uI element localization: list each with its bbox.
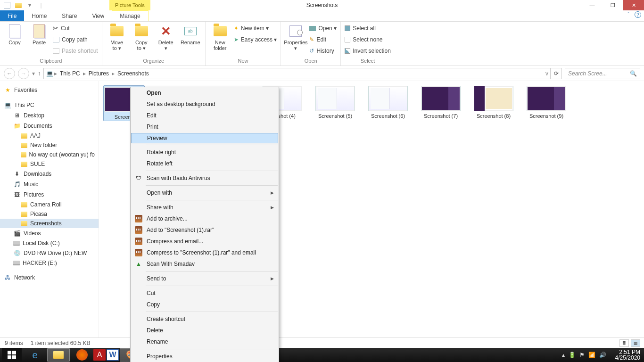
ctx-rotate-right[interactable]: Rotate right: [131, 147, 279, 158]
properties-button[interactable]: Properties ▾: [285, 24, 306, 51]
ctx-share-with[interactable]: Share with▶: [131, 202, 279, 213]
new-item-button[interactable]: ✦New item ▾: [234, 24, 277, 33]
file-item[interactable]: Screenshot (7): [421, 86, 461, 121]
ctx-add-rar[interactable]: Add to "Screenshot (1).rar": [131, 224, 279, 236]
delete-button[interactable]: ✕Delete ▾: [155, 24, 177, 51]
address-dropdown-icon[interactable]: v: [545, 70, 548, 77]
select-all-button[interactable]: Select all: [345, 24, 391, 33]
crumb-screenshots[interactable]: Screenshots: [116, 70, 151, 77]
close-button[interactable]: ✕: [623, 0, 644, 10]
tree-no-way-out[interactable]: No way out (wootan yu) fo: [0, 150, 99, 159]
qat-properties-icon[interactable]: [2, 0, 12, 10]
system-tray[interactable]: ▴ 🔋 ⚑ 📶 🔊: [562, 352, 606, 358]
crumb-this-pc[interactable]: This PC: [58, 70, 82, 77]
tree-screenshots[interactable]: Screenshots: [0, 219, 99, 228]
easy-access-button[interactable]: ➤Easy access ▾: [234, 35, 277, 44]
search-input[interactable]: Search Scree... 🔍: [565, 68, 640, 79]
ctx-set-background[interactable]: Set as desktop background: [131, 99, 279, 110]
tree-favorites[interactable]: ★Favorites: [0, 85, 99, 95]
tree-hacker[interactable]: HACKER (E:): [0, 258, 99, 268]
ctx-open-with[interactable]: Open with▶: [131, 187, 279, 198]
tree-new-folder[interactable]: New folder: [0, 140, 99, 150]
ctx-rename[interactable]: Rename: [131, 336, 279, 347]
chevron-right-icon[interactable]: ▸: [112, 70, 115, 77]
flag-icon[interactable]: ⚑: [579, 352, 585, 358]
nav-tree[interactable]: ★Favorites 💻This PC 🖥Desktop 📁Documents …: [0, 81, 99, 337]
file-item[interactable]: Screenshot (6): [368, 86, 408, 121]
tree-videos[interactable]: 🎬Videos: [0, 228, 99, 239]
taskbar-firefox-icon[interactable]: [76, 349, 88, 361]
taskbar-adobe-icon[interactable]: A: [93, 349, 106, 361]
forward-button[interactable]: →: [18, 68, 29, 79]
taskbar-word-icon[interactable]: W: [107, 349, 119, 361]
cut-button[interactable]: ✂Cut: [53, 24, 98, 33]
tab-manage[interactable]: Manage: [112, 10, 148, 21]
tree-documents[interactable]: 📁Documents: [0, 121, 99, 131]
thumbnails-view-button[interactable]: ▦: [631, 339, 640, 347]
tree-aaj[interactable]: AAJ: [0, 131, 99, 140]
ctx-compress-rar-email[interactable]: Compress to "Screenshot (1).rar" and ema…: [131, 247, 279, 258]
chevron-right-icon[interactable]: ▸: [83, 70, 86, 77]
select-none-button[interactable]: Select none: [345, 35, 391, 44]
ctx-cut[interactable]: Cut: [131, 288, 279, 299]
chevron-right-icon[interactable]: ▸: [54, 70, 57, 77]
ctx-print[interactable]: Print: [131, 121, 279, 132]
back-button[interactable]: ←: [4, 68, 15, 79]
tree-desktop[interactable]: 🖥Desktop: [0, 110, 99, 121]
open-button[interactable]: Open ▾: [309, 24, 337, 33]
taskbar-ie-icon[interactable]: e: [24, 348, 46, 362]
tab-share[interactable]: Share: [54, 10, 84, 21]
tree-camera-roll[interactable]: Camera Roll: [0, 200, 99, 209]
ctx-add-archive[interactable]: Add to archive...: [131, 213, 279, 224]
copy-button[interactable]: Copy: [4, 24, 25, 45]
ctx-properties[interactable]: Properties: [131, 351, 279, 362]
tree-network[interactable]: 🖧Network: [0, 272, 99, 283]
ctx-send-to[interactable]: Send to▶: [131, 273, 279, 284]
breadcrumb[interactable]: 💻 ▸ This PC ▸ Pictures ▸ Screenshots v: [43, 68, 551, 79]
taskbar[interactable]: e A W 🎨 🖼 ▴ 🔋 ⚑ 📶 🔊 2:51 PM 4/25/2020: [0, 348, 644, 362]
network-tray-icon[interactable]: 📶: [588, 352, 595, 358]
tree-pictures[interactable]: 🖼Pictures: [0, 189, 99, 200]
rename-button[interactable]: abRename: [180, 24, 201, 45]
ctx-preview[interactable]: Preview: [131, 133, 278, 143]
tree-sule[interactable]: SULE: [0, 159, 99, 169]
ctx-edit[interactable]: Edit: [131, 110, 279, 121]
qat-chevron-down-icon[interactable]: ▾: [25, 0, 35, 10]
ctx-open[interactable]: Open: [131, 87, 279, 99]
file-item[interactable]: Screenshot (5): [315, 86, 355, 121]
invert-selection-button[interactable]: Invert selection: [345, 46, 391, 56]
ctx-copy[interactable]: Copy: [131, 299, 279, 310]
ctx-scan-smadav[interactable]: ▲Scan With Smadav: [131, 258, 279, 270]
paste-button[interactable]: Paste: [28, 24, 50, 45]
paste-shortcut-button[interactable]: Paste shortcut: [53, 46, 98, 56]
ctx-delete[interactable]: Delete: [131, 325, 279, 336]
chevron-up-icon[interactable]: ˄: [627, 11, 630, 18]
history-button[interactable]: ↺History: [309, 46, 337, 56]
tree-music[interactable]: 🎵Music: [0, 179, 99, 189]
tab-view[interactable]: View: [84, 10, 112, 21]
tab-home[interactable]: Home: [24, 10, 54, 21]
ctx-scan-baidu[interactable]: 🛡Scan with Baidu Antivirus: [131, 173, 279, 184]
tree-this-pc[interactable]: 💻This PC: [0, 100, 99, 110]
file-item[interactable]: Screenshot (8): [473, 86, 514, 121]
battery-icon[interactable]: 🔋: [569, 352, 576, 358]
copy-path-button[interactable]: Copy path: [53, 35, 98, 44]
qat-newfolder-icon[interactable]: [13, 0, 24, 10]
ctx-compress-email[interactable]: Compress and email...: [131, 236, 279, 247]
file-item[interactable]: Screenshot (9): [526, 86, 567, 121]
tree-local-disk[interactable]: Local Disk (C:): [0, 239, 99, 248]
ctx-rotate-left[interactable]: Rotate left: [131, 158, 279, 169]
start-button[interactable]: [2, 348, 22, 362]
taskbar-explorer-icon[interactable]: [47, 348, 70, 362]
details-view-button[interactable]: ≣: [619, 339, 629, 347]
new-folder-button[interactable]: New folder: [209, 24, 231, 51]
crumb-pictures[interactable]: Pictures: [87, 70, 111, 77]
ctx-create-shortcut[interactable]: Create shortcut: [131, 313, 279, 325]
minimize-button[interactable]: —: [582, 0, 603, 10]
tree-picasa[interactable]: Picasa: [0, 209, 99, 219]
move-to-button[interactable]: Move to ▾: [106, 24, 128, 51]
up-button[interactable]: ↑: [38, 70, 41, 77]
help-icon[interactable]: ?: [635, 11, 641, 18]
copy-to-button[interactable]: Copy to ▾: [131, 24, 152, 51]
edit-button[interactable]: ✎Edit: [309, 35, 337, 44]
